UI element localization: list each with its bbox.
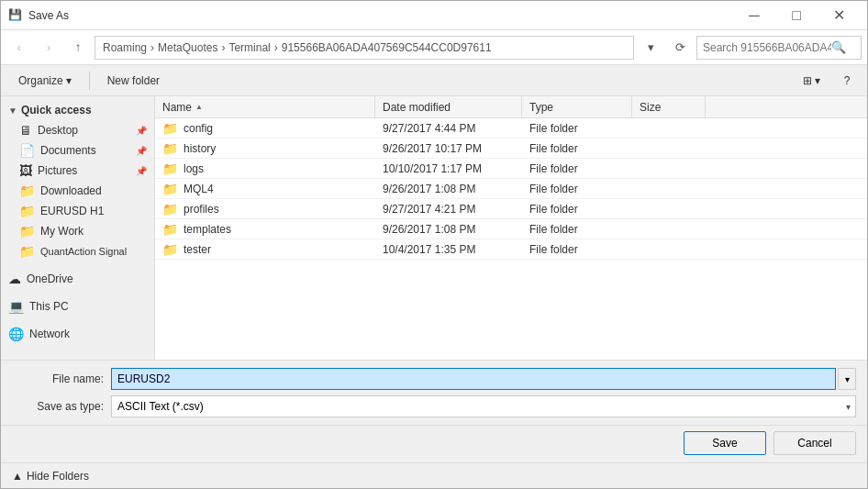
col-header-date[interactable]: Date modified xyxy=(375,96,522,117)
sidebar-item-downloaded[interactable]: 📁 Downloaded xyxy=(1,181,154,201)
folder-icon: 📁 xyxy=(162,242,178,257)
filename-label: File name: xyxy=(12,372,104,385)
quick-access-header[interactable]: ▼ Quick access xyxy=(1,100,154,120)
search-icon[interactable]: 🔍 xyxy=(831,40,846,54)
search-box: 🔍 xyxy=(696,36,862,60)
sidebar-item-label: My Work xyxy=(40,225,83,238)
sidebar-item-pictures[interactable]: 🖼 Pictures 📌 xyxy=(1,161,154,181)
main-area: ▼ Quick access 🖥 Desktop 📌 📄 Documents 📌… xyxy=(1,96,867,360)
file-cell-type: File folder xyxy=(522,122,632,135)
mywork-icon: 📁 xyxy=(19,224,35,239)
pictures-icon: 🖼 xyxy=(19,163,32,178)
file-cell-type: File folder xyxy=(522,243,632,256)
table-row[interactable]: 📁 tester 10/4/2017 1:35 PM File folder xyxy=(155,239,867,260)
pin-icon: 📌 xyxy=(136,126,147,136)
organize-button[interactable]: Organize ▾ xyxy=(8,69,82,93)
save-button[interactable]: Save xyxy=(684,431,766,455)
hide-folders-button[interactable]: ▲ Hide Folders xyxy=(12,470,89,483)
file-cell-date: 9/27/2017 4:21 PM xyxy=(375,203,522,216)
dropdown-button[interactable]: ▾ xyxy=(638,35,663,61)
sidebar-item-label: Downloaded xyxy=(40,184,102,197)
refresh-button[interactable]: ⟳ xyxy=(667,35,693,61)
hide-folders-arrow: ▲ xyxy=(12,470,23,483)
breadcrumb-terminal[interactable]: Terminal xyxy=(228,41,270,54)
view-icon: ⊞ xyxy=(803,74,812,87)
file-cell-name: 📁 profiles xyxy=(155,202,375,217)
sidebar-item-mywork[interactable]: 📁 My Work xyxy=(1,221,154,241)
file-cell-type: File folder xyxy=(522,223,632,236)
table-row[interactable]: 📁 config 9/27/2017 4:44 PM File folder xyxy=(155,118,867,139)
folder-icon: 📁 xyxy=(162,161,178,176)
filename-dropdown[interactable]: ▾ xyxy=(838,368,856,390)
sort-arrow-icon: ▲ xyxy=(195,103,203,111)
table-row[interactable]: 📁 history 9/26/2017 10:17 PM File folder xyxy=(155,139,867,159)
file-list-panel: Name ▲ Date modified Type Size 📁 config xyxy=(155,96,867,360)
help-button[interactable]: ? xyxy=(834,69,860,93)
sidebar-item-label: Documents xyxy=(40,144,96,157)
file-cell-name: 📁 MQL4 xyxy=(155,182,375,196)
filename-input[interactable] xyxy=(111,368,836,390)
savetype-select-wrapper: ASCII Text (*.csv) CSV (*.csv) Text (*.t… xyxy=(111,395,856,417)
file-cell-date: 9/26/2017 1:08 PM xyxy=(375,183,522,195)
file-cell-date: 9/26/2017 1:08 PM xyxy=(375,223,522,236)
table-row[interactable]: 📁 logs 10/10/2017 1:17 PM File folder xyxy=(155,159,867,179)
sidebar-item-network[interactable]: 🌐 Network xyxy=(1,324,154,344)
file-cell-name: 📁 tester xyxy=(155,242,375,257)
sidebar-item-label: Pictures xyxy=(38,164,77,177)
save-as-dialog: 💾 Save As ─ □ ✕ ‹ › ↑ Roaming › MetaQuot… xyxy=(0,0,868,489)
file-cell-date: 10/4/2017 1:35 PM xyxy=(375,243,522,256)
search-input[interactable] xyxy=(703,41,831,54)
view-button[interactable]: ⊞ ▾ xyxy=(793,69,830,93)
sidebar-item-quantaction[interactable]: 📁 QuantAction Signal xyxy=(1,241,154,261)
folder-icon: 📁 xyxy=(162,182,178,196)
table-row[interactable]: 📁 MQL4 9/26/2017 1:08 PM File folder xyxy=(155,179,867,199)
breadcrumb[interactable]: Roaming › MetaQuotes › Terminal › 915566… xyxy=(95,36,634,60)
pin-icon: 📌 xyxy=(136,146,147,156)
back-button[interactable]: ‹ xyxy=(6,35,32,61)
pin-icon: 📌 xyxy=(136,166,147,176)
file-cell-date: 9/27/2017 4:44 PM xyxy=(375,122,522,135)
table-row[interactable]: 📁 profiles 9/27/2017 4:21 PM File folder xyxy=(155,199,867,219)
network-icon: 🌐 xyxy=(8,327,24,341)
quantaction-icon: 📁 xyxy=(19,244,35,259)
file-cell-name: 📁 history xyxy=(155,141,375,156)
sidebar-item-label: This PC xyxy=(29,300,69,313)
folder-icon: 📁 xyxy=(162,202,178,217)
maximize-button[interactable]: □ xyxy=(775,1,818,30)
window-controls: ─ □ ✕ xyxy=(733,1,860,30)
desktop-icon: 🖥 xyxy=(19,123,32,138)
filename-row: File name: ▾ xyxy=(12,368,856,390)
breadcrumb-roaming[interactable]: Roaming xyxy=(103,41,147,54)
col-header-size[interactable]: Size xyxy=(632,96,706,117)
minimize-button[interactable]: ─ xyxy=(733,1,775,30)
breadcrumb-metaquotes[interactable]: MetaQuotes xyxy=(158,41,217,54)
sidebar-item-thispc[interactable]: 💻 This PC xyxy=(1,296,154,317)
folder-icon: 📁 xyxy=(162,141,178,156)
close-button[interactable]: ✕ xyxy=(818,1,860,30)
cancel-button[interactable]: Cancel xyxy=(773,431,856,455)
file-cell-name: 📁 templates xyxy=(155,222,375,237)
sidebar-item-eurusd[interactable]: 📁 EURUSD H1 xyxy=(1,201,154,221)
file-cell-date: 10/10/2017 1:17 PM xyxy=(375,162,522,175)
forward-button[interactable]: › xyxy=(36,35,61,61)
action-buttons: Save Cancel xyxy=(1,425,867,462)
sidebar-item-label: QuantAction Signal xyxy=(40,246,127,257)
up-button[interactable]: ↑ xyxy=(65,35,91,61)
sidebar-item-label: EURUSD H1 xyxy=(40,205,104,217)
savetype-label: Save as type: xyxy=(12,400,104,413)
new-folder-button[interactable]: New folder xyxy=(97,69,170,93)
col-header-name[interactable]: Name ▲ xyxy=(155,96,375,117)
file-list-header: Name ▲ Date modified Type Size xyxy=(155,96,867,118)
table-row[interactable]: 📁 templates 9/26/2017 1:08 PM File folde… xyxy=(155,219,867,239)
savetype-row: Save as type: ASCII Text (*.csv) CSV (*.… xyxy=(12,395,856,417)
eurusd-icon: 📁 xyxy=(19,204,35,218)
title-bar: 💾 Save As ─ □ ✕ xyxy=(1,1,867,30)
sidebar-item-desktop[interactable]: 🖥 Desktop 📌 xyxy=(1,120,154,140)
file-cell-type: File folder xyxy=(522,183,632,195)
sidebar-item-documents[interactable]: 📄 Documents 📌 xyxy=(1,140,154,161)
sidebar-item-onedrive[interactable]: ☁ OneDrive xyxy=(1,269,154,289)
window-icon: 💾 xyxy=(8,8,23,23)
col-header-type[interactable]: Type xyxy=(522,96,632,117)
bottom-bar: File name: ▾ Save as type: ASCII Text (*… xyxy=(1,360,867,425)
savetype-select[interactable]: ASCII Text (*.csv) CSV (*.csv) Text (*.t… xyxy=(111,395,856,417)
